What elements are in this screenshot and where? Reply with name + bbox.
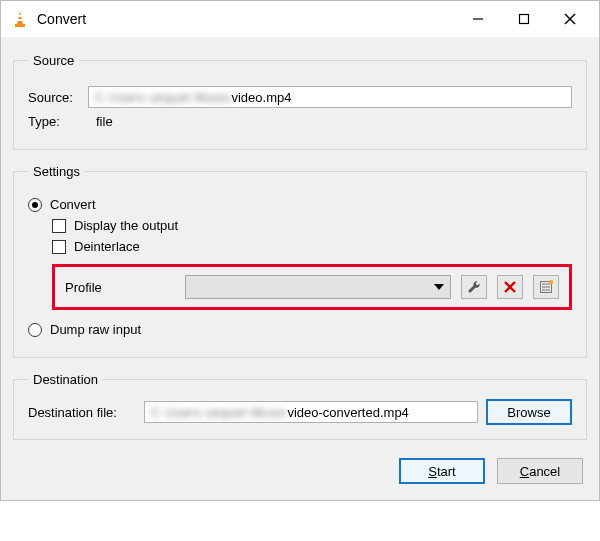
cancel-button[interactable]: Cancel	[497, 458, 583, 484]
close-button[interactable]	[547, 4, 593, 34]
source-path-suffix: video.mp4	[231, 90, 291, 105]
destination-legend: Destination	[28, 372, 103, 387]
destination-input[interactable]: C Users sequel Music video-converted.mp4	[144, 401, 478, 423]
settings-legend: Settings	[28, 164, 85, 179]
start-button[interactable]: Start	[399, 458, 485, 484]
destination-path-blurred: C Users sequel Music	[151, 405, 287, 420]
dialog-body: Source Source: C Users sequel Music vide…	[1, 37, 599, 500]
maximize-button[interactable]	[501, 4, 547, 34]
svg-rect-1	[18, 15, 22, 17]
profile-label: Profile	[65, 280, 175, 295]
dump-radio-label: Dump raw input	[50, 322, 141, 337]
footer-buttons: Start Cancel	[13, 454, 587, 486]
convert-radio-row[interactable]: Convert	[28, 197, 572, 212]
convert-radio-label: Convert	[50, 197, 96, 212]
minimize-button[interactable]	[455, 4, 501, 34]
convert-radio[interactable]	[28, 198, 42, 212]
source-label: Source:	[28, 90, 88, 105]
chevron-down-icon	[434, 284, 444, 290]
cancel-button-label: Cancel	[520, 464, 560, 479]
browse-button[interactable]: Browse	[486, 399, 572, 425]
type-label: Type:	[28, 114, 88, 129]
deinterlace-row[interactable]: Deinterlace	[52, 239, 572, 254]
display-output-label: Display the output	[74, 218, 178, 233]
type-value: file	[88, 114, 113, 129]
svg-rect-2	[17, 19, 23, 21]
source-input[interactable]: C Users sequel Music video.mp4	[88, 86, 572, 108]
display-output-row[interactable]: Display the output	[52, 218, 572, 233]
svg-rect-3	[15, 24, 25, 27]
source-group: Source Source: C Users sequel Music vide…	[13, 53, 587, 150]
destination-group: Destination Destination file: C Users se…	[13, 372, 587, 440]
svg-rect-5	[520, 15, 529, 24]
svg-marker-0	[17, 11, 23, 25]
destination-label: Destination file:	[28, 405, 136, 420]
convert-dialog: Convert Source Source: C Users sequel Mu…	[0, 0, 600, 501]
window-title: Convert	[37, 11, 455, 27]
new-list-icon	[539, 280, 553, 294]
source-path-blurred: C Users sequel Music	[95, 90, 231, 105]
deinterlace-label: Deinterlace	[74, 239, 140, 254]
titlebar: Convert	[1, 1, 599, 37]
svg-marker-8	[434, 284, 444, 290]
deinterlace-checkbox[interactable]	[52, 240, 66, 254]
source-legend: Source	[28, 53, 79, 68]
settings-group: Settings Convert Display the output Dein…	[13, 164, 587, 358]
destination-path-suffix: video-converted.mp4	[287, 405, 408, 420]
new-profile-button[interactable]	[533, 275, 559, 299]
wrench-icon	[467, 280, 481, 294]
browse-button-label: Browse	[507, 405, 550, 420]
dump-radio-row[interactable]: Dump raw input	[28, 322, 572, 337]
start-button-label: Start	[428, 464, 455, 479]
profile-combobox[interactable]	[185, 275, 451, 299]
profile-highlight: Profile	[52, 264, 572, 310]
display-output-checkbox[interactable]	[52, 219, 66, 233]
edit-profile-button[interactable]	[461, 275, 487, 299]
x-delete-icon	[503, 280, 517, 294]
delete-profile-button[interactable]	[497, 275, 523, 299]
dump-radio[interactable]	[28, 323, 42, 337]
vlc-cone-icon	[11, 10, 29, 28]
